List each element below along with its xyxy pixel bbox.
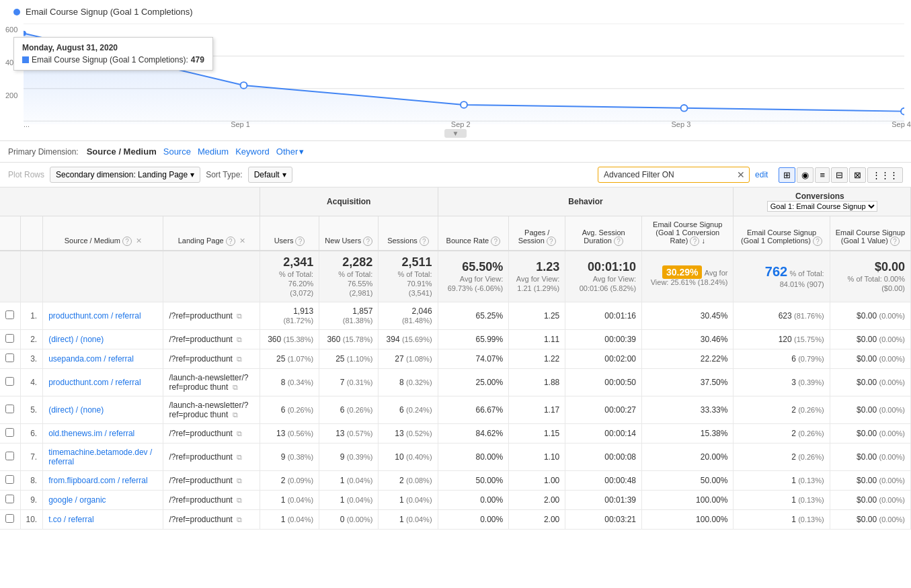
th-source-medium[interactable]: Source / Medium ? ✕ <box>43 216 163 251</box>
copy-icon-4[interactable]: ⧉ <box>233 411 238 419</box>
row-checkbox-4[interactable] <box>5 405 14 413</box>
dropdown-arrow-icon: ▾ <box>190 170 194 179</box>
x-label-sep3: Sep 3 <box>672 120 691 128</box>
row-sessions: 27 (1.08%) <box>379 349 438 369</box>
dim-other-dropdown[interactable]: Other ▾ <box>276 146 305 157</box>
help-convrate-icon[interactable]: ? <box>690 237 699 246</box>
copy-icon-2[interactable]: ⧉ <box>237 355 242 363</box>
row-new-users: 360 (15.78%) <box>319 330 379 349</box>
th-value[interactable]: Email Course Signup (Goal 1 Value) ? <box>830 216 910 251</box>
row-checkbox-9[interactable] <box>5 514 14 523</box>
help-sessions-icon[interactable]: ? <box>420 237 429 246</box>
row-source: usepanda.com / referral <box>43 349 163 369</box>
copy-icon-9[interactable]: ⧉ <box>237 515 242 523</box>
row-checkbox-1[interactable] <box>5 334 14 343</box>
total-sessions: 2,511 % of Total: 70.91% (3,541) <box>379 251 438 302</box>
row-checkbox-7[interactable] <box>5 475 14 484</box>
row-value: $0.00 (0.00%) <box>830 491 910 510</box>
row-cb <box>0 510 20 530</box>
view-comparison-icon[interactable]: ≡ <box>815 167 830 183</box>
row-checkbox-2[interactable] <box>5 353 14 362</box>
th-users[interactable]: Users ? <box>260 216 319 251</box>
copy-icon-0[interactable]: ⧉ <box>237 312 242 320</box>
x-label-sep2: Sep 2 <box>451 120 471 128</box>
row-avg-session: 00:01:39 <box>565 491 642 510</box>
th-completions[interactable]: Email Course Signup (Goal 1 Completions)… <box>734 216 830 251</box>
row-users: 25 (1.07%) <box>260 349 319 369</box>
svg-point-9 <box>901 108 904 115</box>
row-value: $0.00 (0.00%) <box>830 369 910 396</box>
copy-icon-1[interactable]: ⧉ <box>237 335 242 343</box>
copy-icon-8[interactable]: ⧉ <box>237 496 242 504</box>
filter-clear-button[interactable]: ✕ <box>733 168 749 181</box>
source-link-6[interactable]: timemachine.betamode.dev / referral <box>48 448 152 466</box>
copy-icon-7[interactable]: ⧉ <box>237 476 242 485</box>
total-avgsession-sub: Avg for View: 00:01:06 (5.82%) <box>580 275 636 292</box>
dim-medium[interactable]: Medium <box>198 146 229 157</box>
th-conv-rate[interactable]: Email Course Signup (Goal 1 Conversion R… <box>642 216 734 251</box>
source-link-4[interactable]: (direct) / (none) <box>48 405 104 415</box>
source-link-8[interactable]: google / organic <box>48 495 106 505</box>
clear-source-icon[interactable]: ✕ <box>136 237 142 245</box>
source-link-1[interactable]: (direct) / (none) <box>48 335 104 344</box>
copy-icon-6[interactable]: ⧉ <box>237 453 242 461</box>
th-bounce-rate[interactable]: Bounce Rate ? <box>438 216 509 251</box>
th-new-users[interactable]: New Users ? <box>319 216 379 251</box>
source-link-5[interactable]: old.thenews.im / referral <box>48 429 134 438</box>
source-link-2[interactable]: usepanda.com / referral <box>48 354 134 364</box>
row-checkbox-8[interactable] <box>5 495 14 503</box>
chevron-down-icon: ▾ <box>299 146 304 157</box>
view-term-icon[interactable]: ⊟ <box>831 167 848 183</box>
clear-landing-icon[interactable]: ✕ <box>239 237 245 245</box>
th-avg-session[interactable]: Avg. Session Duration ? <box>565 216 642 251</box>
secondary-dim-dropdown[interactable]: Secondary dimension: Landing Page ▾ <box>50 167 200 183</box>
th-landing-page[interactable]: Landing Page ? ✕ <box>163 216 260 251</box>
source-link-7[interactable]: from.flipboard.com / referral <box>48 476 147 485</box>
help-avgsession-icon[interactable]: ? <box>614 237 623 246</box>
help-bounce-icon[interactable]: ? <box>491 237 500 246</box>
view-pivot-icon[interactable]: ⊠ <box>849 167 866 183</box>
total-completions-value: 762 <box>765 264 787 279</box>
dim-keyword[interactable]: Keyword <box>235 146 270 157</box>
dim-source[interactable]: Source <box>163 146 191 157</box>
row-pages: 1.17 <box>509 396 565 424</box>
row-checkbox-5[interactable] <box>5 428 14 437</box>
chart-title-row: Email Course Signup (Goal 1 Completions) <box>13 7 898 17</box>
row-source: from.flipboard.com / referral <box>43 471 163 491</box>
th-pages-session[interactable]: Pages / Session ? <box>509 216 565 251</box>
row-value: $0.00 (0.00%) <box>830 330 910 349</box>
dim-source-medium[interactable]: Source / Medium <box>87 146 157 157</box>
filter-edit-link[interactable]: edit <box>755 170 768 179</box>
row-new-users: 25 (1.10%) <box>319 349 379 369</box>
sort-default-label: Default <box>254 170 280 179</box>
row-checkbox-3[interactable] <box>5 377 14 386</box>
row-checkbox-0[interactable] <box>5 310 14 319</box>
row-landing: /?ref=producthunt ⧉ <box>163 510 260 530</box>
goal-selector[interactable]: Goal 1: Email Course Signup <box>767 201 877 212</box>
source-link-9[interactable]: t.co / referral <box>48 515 93 524</box>
copy-icon-3[interactable]: ⧉ <box>233 383 238 391</box>
row-bounce: 80.00% <box>438 444 509 471</box>
help-source-icon[interactable]: ? <box>122 237 132 246</box>
help-landing-icon[interactable]: ? <box>226 237 235 246</box>
help-users-icon[interactable]: ? <box>295 237 305 246</box>
row-checkbox-6[interactable] <box>5 452 14 460</box>
source-link-0[interactable]: producthunt.com / referral <box>48 311 141 321</box>
advanced-filter-input[interactable] <box>598 167 733 182</box>
source-link-3[interactable]: producthunt.com / referral <box>48 378 141 387</box>
row-users: 1 (0.04%) <box>260 510 319 530</box>
row-conv-rate: 33.33% <box>642 396 734 424</box>
help-pages-icon[interactable]: ? <box>547 237 556 246</box>
row-completions: 1 (0.13%) <box>734 491 830 510</box>
view-pie-icon[interactable]: ◉ <box>797 167 814 183</box>
help-new-users-icon[interactable]: ? <box>363 237 372 246</box>
table-row: 4. producthunt.com / referral /launch-a-… <box>0 369 911 396</box>
plot-rows-button[interactable]: Plot Rows <box>8 170 44 179</box>
view-custom-icon[interactable]: ⋮⋮⋮ <box>867 167 903 183</box>
help-completions-icon[interactable]: ? <box>813 237 822 246</box>
sort-type-dropdown[interactable]: Default ▾ <box>248 167 292 183</box>
help-value-icon[interactable]: ? <box>890 237 900 246</box>
copy-icon-5[interactable]: ⧉ <box>237 429 242 437</box>
th-sessions[interactable]: Sessions ? <box>379 216 438 251</box>
view-table-icon[interactable]: ⊞ <box>779 167 795 183</box>
